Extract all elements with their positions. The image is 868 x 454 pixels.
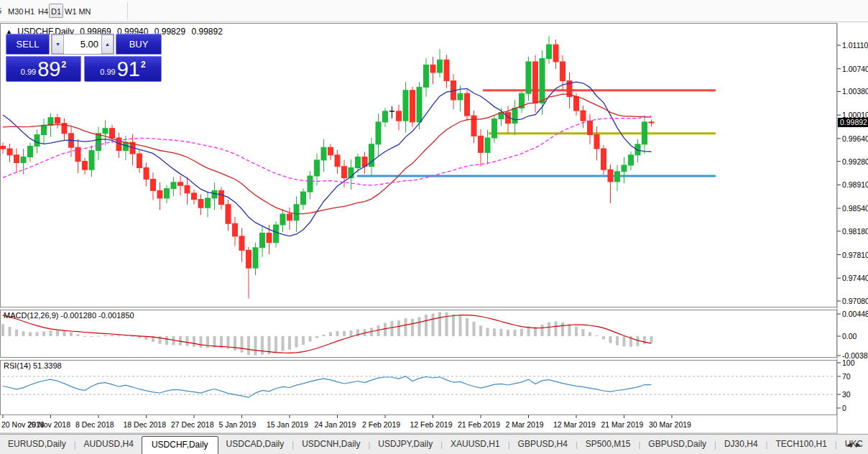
chart-tab-audusd-h4[interactable]: AUDUSD,H4 xyxy=(76,436,142,453)
date-axis-label: 29 Nov 2018 xyxy=(28,420,71,429)
macd-axis-label: 0.004487 xyxy=(842,310,868,318)
price-axis-label: 0.98910 xyxy=(842,180,868,189)
chart-tab-bar: EURUSD,Daily|AUDUSD,H4USDCHF,DailyUSDCAD… xyxy=(0,434,868,454)
macd-axis-label: 0.00 xyxy=(842,332,857,340)
date-axis-label: 2 Feb 2019 xyxy=(362,420,400,429)
date-axis-label: 27 Dec 2018 xyxy=(171,420,214,429)
toolbar-separator xyxy=(127,2,128,19)
timeframe-button-w1[interactable]: W1 xyxy=(64,4,77,18)
date-axis-label: 30 Mar 2019 xyxy=(649,420,691,429)
rsi-axis-label: 100 xyxy=(842,358,855,367)
rsi-axis-label: 0 xyxy=(842,404,846,412)
chart-tab-gbpusd-h4[interactable]: GBPUSD,H4 xyxy=(510,436,576,453)
date-axis-label: 15 Jan 2019 xyxy=(267,420,308,429)
date-axis-label: 12 Mar 2019 xyxy=(553,420,596,429)
price-axis-label: 1.01110 xyxy=(842,41,868,50)
rsi-axis-label: 30 xyxy=(842,390,851,399)
timeframe-button-h1[interactable]: H1 xyxy=(23,4,36,18)
chart-tab-dj30-h4[interactable]: DJ30,H4 xyxy=(716,436,766,453)
mt4-window: 5 M30H1H4D1W1MN ▲ USDCHF,Daily 0.99869 0… xyxy=(0,0,868,454)
volume-stepper: ▼ ▲ xyxy=(51,34,114,55)
current-price-badge: 0.99892 xyxy=(838,118,868,127)
macd-label: MACD(12,26,9) -0.001280 -0.001850 xyxy=(4,311,134,320)
price-axis-label: 0.97080 xyxy=(842,297,868,305)
date-axis-label: 8 Dec 2018 xyxy=(75,420,114,429)
volume-increase-button[interactable]: ▲ xyxy=(101,34,114,54)
chart-tab-tech100-h1[interactable]: TECH100,H1 xyxy=(767,436,834,453)
date-axis-label: 21 Mar 2019 xyxy=(601,420,644,429)
date-axis-label: 18 Dec 2018 xyxy=(124,420,167,429)
tab-scroll-left-icon[interactable]: ◀ xyxy=(846,441,856,448)
chart-tab-usdcad-daily[interactable]: USDCAD,Daily xyxy=(218,436,292,453)
buy-price-button[interactable]: 0.99 91 2 xyxy=(84,56,162,82)
price-axis-label: 0.98540 xyxy=(842,204,868,213)
chart-tab-usdchf-daily[interactable]: USDCHF,Daily xyxy=(142,436,218,454)
timeframe-button-d1[interactable]: D1 xyxy=(49,4,63,18)
price-axis-label: 0.99640 xyxy=(842,134,868,143)
rsi-pane[interactable] xyxy=(0,360,837,415)
date-axis-label: 5 Jan 2019 xyxy=(219,420,257,429)
rsi-label: RSI(14) 51.3398 xyxy=(4,361,62,370)
price-axis-label: 1.00380 xyxy=(842,87,868,96)
buy-price-prefix: 0.99 xyxy=(100,68,115,76)
price-axis-label: 0.98180 xyxy=(842,227,868,236)
sell-price-point: 2 xyxy=(62,60,67,70)
chart-tab-usdjpy-daily[interactable]: USDJPY,Daily xyxy=(370,436,440,453)
timeframe-toolbar: 5 M30H1H4D1W1MN xyxy=(0,0,868,22)
ohlc-close: 0.99892 xyxy=(192,27,223,37)
chart-tab-sp500-m15[interactable]: SP500,M15 xyxy=(578,436,639,453)
chart-tab-usdcnh-daily[interactable]: USDCNH,Daily xyxy=(294,436,368,453)
buy-price-pips: 91 xyxy=(117,60,140,78)
buy-price-point: 2 xyxy=(141,60,146,70)
chart-tab-xauusd-h1[interactable]: XAUUSD,H1 xyxy=(443,436,508,453)
timeframe-button-m30[interactable]: M30 xyxy=(7,4,23,18)
price-axis-label: 0.99280 xyxy=(842,157,868,166)
volume-decrease-button[interactable]: ▼ xyxy=(52,34,64,54)
price-axis-label: 0.97810 xyxy=(842,251,868,259)
sell-button[interactable]: SELL xyxy=(6,34,50,55)
date-axis-label: 24 Jan 2019 xyxy=(315,420,356,429)
timeframe-button-mn[interactable]: MN xyxy=(77,4,93,18)
buy-button[interactable]: BUY xyxy=(116,34,162,55)
sell-price-pips: 89 xyxy=(37,60,60,78)
chart-tab-gbpusd-daily[interactable]: GBPUSD,Daily xyxy=(640,436,714,453)
one-click-trading-panel: SELL ▼ ▲ BUY 0.99 89 2 0.99 91 2 xyxy=(6,34,162,82)
timeframe-partial-m5[interactable]: 5 xyxy=(0,4,6,18)
sell-price-prefix: 0.99 xyxy=(21,68,36,76)
price-axis-label: 0.97440 xyxy=(842,274,868,282)
volume-input[interactable] xyxy=(64,34,101,54)
date-axis-label: 2 Mar 2019 xyxy=(506,420,544,429)
price-axis-label: 1.00740 xyxy=(842,65,868,73)
rsi-axis-label: 70 xyxy=(842,372,851,381)
tab-scroll-right-icon[interactable]: ▶ xyxy=(856,441,865,448)
date-axis-label: 21 Feb 2019 xyxy=(458,420,500,429)
timeframe-button-h4[interactable]: H4 xyxy=(37,4,50,18)
sell-price-button[interactable]: 0.99 89 2 xyxy=(6,56,81,82)
date-axis-label: 12 Feb 2019 xyxy=(410,420,453,429)
chart-tab-eurusd-daily[interactable]: EURUSD,Daily xyxy=(0,436,74,453)
